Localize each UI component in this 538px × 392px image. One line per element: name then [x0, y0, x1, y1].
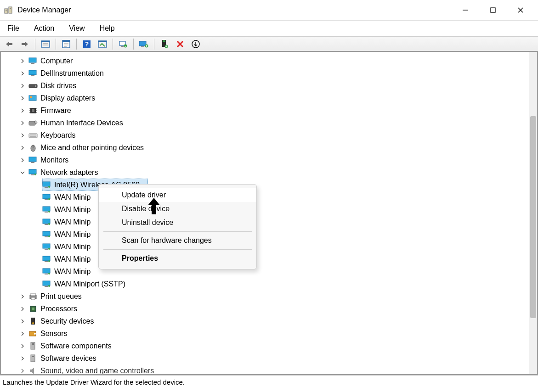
svg-rect-9	[22, 43, 25, 45]
chevron-right-icon[interactable]	[19, 343, 26, 349]
software-component-icon	[28, 342, 38, 350]
disable-device-button[interactable]	[189, 38, 202, 50]
tree-label: Monitors	[40, 154, 68, 166]
tree-node-disk-drives[interactable]: Disk drives	[6, 79, 537, 92]
svg-rect-68	[45, 199, 48, 200]
context-menu-uninstall-device[interactable]: Uninstall device	[99, 216, 256, 230]
tree-node-wan-miniport[interactable]: WAN Minip	[6, 241, 537, 253]
tree-node-network-adapters[interactable]: Network adapters	[6, 166, 537, 179]
chevron-right-icon[interactable]	[19, 368, 26, 374]
tree-label: WAN Minip	[54, 241, 91, 253]
tree-node-mice[interactable]: Mice and other pointing devices	[6, 141, 537, 154]
tree-node-software-components[interactable]: Software components	[6, 340, 537, 352]
help-button[interactable]: ?	[80, 38, 93, 50]
tree-node-hid[interactable]: Human Interface Devices	[6, 117, 537, 129]
action-center-button[interactable]	[96, 38, 109, 50]
tree-label: WAN Minip	[54, 203, 91, 216]
tree-node-display-adapters[interactable]: Display adapters	[6, 92, 537, 104]
tree-node-firmware[interactable]: Firmware	[6, 104, 537, 117]
tree-node-dellinstrumentation[interactable]: DellInstrumentation	[6, 67, 537, 79]
chevron-right-icon[interactable]	[19, 306, 26, 312]
chevron-right-icon[interactable]	[19, 330, 26, 337]
svg-point-75	[48, 223, 50, 225]
svg-rect-71	[45, 212, 48, 213]
chevron-right-icon[interactable]	[19, 293, 26, 300]
vertical-scrollbar[interactable]	[529, 52, 537, 374]
chevron-right-icon[interactable]	[19, 107, 26, 114]
scan-hardware-button[interactable]: +	[117, 38, 130, 50]
svg-point-53	[34, 121, 37, 123]
monitor-icon	[28, 69, 38, 78]
tree-node-wan-miniport[interactable]: WAN Minip	[6, 228, 537, 241]
chevron-right-icon[interactable]	[19, 132, 26, 139]
svg-rect-38	[29, 70, 36, 75]
tree-node-wan-miniport[interactable]: WAN Minip	[6, 203, 537, 216]
nav-forward-button[interactable]	[18, 38, 31, 50]
update-driver-button[interactable]	[137, 38, 150, 50]
cursor-arrow-icon	[146, 197, 162, 218]
tree-node-security-devices[interactable]: Security devices	[6, 315, 537, 327]
svg-rect-88	[43, 281, 50, 286]
tree-node-processors[interactable]: Processors	[6, 302, 537, 315]
network-adapter-icon	[42, 255, 51, 263]
show-hide-console-tree-button[interactable]	[39, 38, 52, 50]
menu-view[interactable]: View	[67, 22, 86, 34]
security-device-icon	[28, 317, 38, 325]
svg-point-90	[48, 285, 50, 287]
minimize-button[interactable]	[452, 0, 479, 20]
tree-node-intel-wireless[interactable]: Intel(R) Wireless-AC 9560	[6, 179, 537, 191]
nav-back-button[interactable]	[3, 38, 16, 50]
svg-point-66	[48, 186, 50, 188]
network-adapter-icon	[42, 230, 51, 239]
toolbar-separator	[133, 39, 134, 50]
close-button[interactable]	[507, 0, 534, 20]
tree-node-computer[interactable]: Computer	[6, 55, 537, 67]
svg-rect-60	[31, 162, 34, 163]
tree-label: Software devices	[40, 352, 96, 364]
chevron-right-icon[interactable]	[19, 318, 26, 325]
context-menu-update-driver[interactable]: Update driver	[99, 188, 256, 202]
svg-rect-8	[9, 43, 12, 45]
tree-node-wan-miniport[interactable]: WAN Minip	[6, 191, 537, 203]
svg-rect-103	[32, 356, 34, 357]
chevron-right-icon[interactable]	[19, 83, 26, 89]
scrollbar-thumb[interactable]	[530, 116, 536, 318]
svg-rect-65	[45, 187, 48, 188]
context-menu-scan-hardware[interactable]: Scan for hardware changes	[99, 234, 256, 247]
tree-label: Security devices	[40, 315, 94, 327]
svg-rect-74	[45, 224, 48, 225]
tree-node-software-devices[interactable]: Software devices	[6, 352, 537, 364]
menu-action[interactable]: Action	[32, 22, 56, 34]
chevron-right-icon[interactable]	[19, 157, 26, 163]
window-controls	[452, 0, 534, 20]
tree-node-sound-video[interactable]: Sound, video and game controllers	[6, 364, 537, 374]
tree-node-wan-miniport-sstp[interactable]: WAN Miniport (SSTP)	[6, 278, 537, 290]
toolbar-separator	[56, 39, 56, 50]
network-adapter-icon	[42, 218, 51, 226]
menu-help[interactable]: Help	[98, 22, 117, 34]
uninstall-device-button[interactable]	[174, 38, 187, 50]
chevron-right-icon[interactable]	[19, 70, 26, 77]
tree-node-sensors[interactable]: Sensors	[6, 327, 537, 340]
properties-button[interactable]	[60, 38, 73, 50]
chevron-right-icon[interactable]	[19, 95, 26, 101]
chevron-right-icon[interactable]	[19, 120, 26, 126]
chevron-right-icon[interactable]	[19, 355, 26, 362]
chevron-down-icon[interactable]	[19, 169, 26, 176]
menu-file[interactable]: File	[6, 22, 21, 34]
context-menu-properties[interactable]: Properties	[99, 252, 256, 265]
tree-node-wan-miniport[interactable]: WAN Minip	[6, 265, 537, 278]
tree-node-keyboards[interactable]: Keyboards	[6, 129, 537, 141]
chevron-right-icon[interactable]	[19, 145, 26, 151]
tree-node-wan-miniport[interactable]: WAN Minip	[6, 253, 537, 265]
maximize-button[interactable]	[479, 0, 507, 20]
tree-node-wan-miniport[interactable]: WAN Minip	[6, 216, 537, 228]
svg-rect-80	[45, 249, 48, 250]
tree-node-monitors[interactable]: Monitors	[6, 154, 537, 166]
context-menu-disable-device[interactable]: Disable device	[99, 202, 256, 216]
chevron-right-icon[interactable]	[19, 58, 26, 64]
tree-label: Print queues	[40, 290, 82, 302]
enable-device-button[interactable]	[158, 38, 171, 50]
device-tree[interactable]: Computer DellInstrumentation Disk drives…	[1, 52, 537, 374]
tree-node-print-queues[interactable]: Print queues	[6, 290, 537, 302]
